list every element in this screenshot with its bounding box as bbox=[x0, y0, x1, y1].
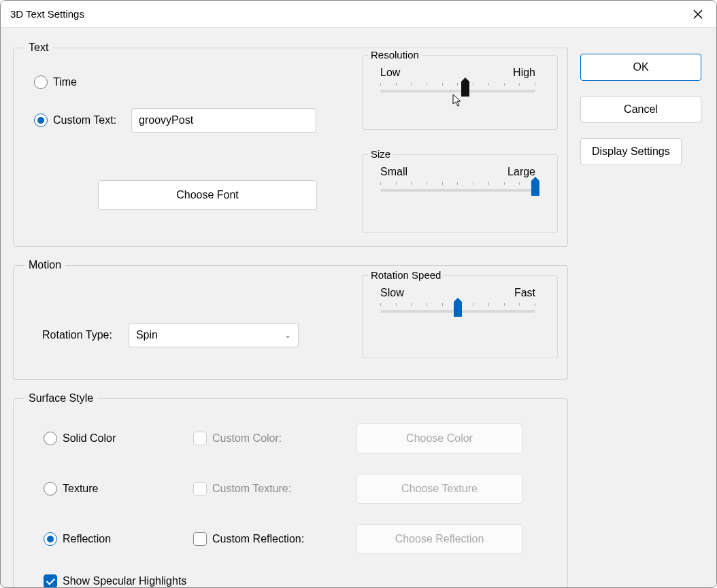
size-slider[interactable] bbox=[380, 182, 535, 196]
custom-texture-check-row: Custom Texture: bbox=[193, 482, 356, 496]
custom-texture-label: Custom Texture: bbox=[212, 483, 291, 495]
rotation-speed-group: Rotation Speed Slow Fast bbox=[362, 275, 558, 358]
main-panel: Text Time Custom Text: Choose Font bbox=[1, 41, 580, 588]
resolution-slider[interactable] bbox=[380, 83, 535, 97]
reflection-radio-row[interactable]: Reflection bbox=[44, 532, 193, 546]
window-title: 3D Text Settings bbox=[10, 8, 689, 20]
display-settings-button[interactable]: Display Settings bbox=[580, 138, 682, 165]
choose-color-label: Choose Color bbox=[406, 432, 473, 445]
text-group: Text Time Custom Text: Choose Font bbox=[13, 41, 568, 247]
reflection-label: Reflection bbox=[63, 533, 111, 545]
motion-group: Motion Rotation Type: Spin ⌄ Rotation Sp… bbox=[13, 259, 568, 380]
resolution-thumb[interactable] bbox=[461, 82, 469, 97]
resolution-group: Resolution Low High bbox=[362, 55, 558, 130]
surface-style-legend: Surface Style bbox=[24, 392, 97, 404]
solid-color-radio[interactable] bbox=[44, 432, 57, 445]
custom-text-radio-label: Custom Text: bbox=[53, 114, 116, 126]
texture-radio[interactable] bbox=[44, 482, 57, 496]
rotation-speed-legend: Rotation Speed bbox=[368, 269, 444, 281]
rotation-speed-thumb[interactable] bbox=[454, 302, 462, 317]
choose-font-button[interactable]: Choose Font bbox=[98, 180, 317, 210]
surface-style-group: Surface Style Solid Color Custom Color: … bbox=[13, 392, 568, 588]
time-radio-label: Time bbox=[53, 76, 77, 88]
texture-radio-row[interactable]: Texture bbox=[44, 482, 193, 496]
sidebar: OK Cancel Display Settings bbox=[580, 41, 716, 588]
custom-color-check-row: Custom Color: bbox=[193, 432, 356, 445]
solid-color-radio-row[interactable]: Solid Color bbox=[44, 432, 193, 445]
choose-texture-label: Choose Texture bbox=[401, 483, 478, 495]
ok-label: OK bbox=[633, 61, 648, 73]
close-button[interactable] bbox=[689, 5, 707, 23]
custom-reflection-checkbox[interactable] bbox=[193, 532, 207, 546]
specular-checkbox[interactable] bbox=[44, 574, 57, 588]
custom-color-label: Custom Color: bbox=[212, 432, 282, 445]
specular-check-row[interactable]: Show Specular Highlights bbox=[44, 574, 556, 588]
cancel-button[interactable]: Cancel bbox=[580, 96, 701, 123]
custom-text-radio[interactable] bbox=[34, 114, 48, 127]
motion-legend: Motion bbox=[24, 259, 65, 271]
resolution-low-label: Low bbox=[380, 67, 400, 79]
ok-button[interactable]: OK bbox=[580, 54, 701, 81]
size-legend: Size bbox=[368, 148, 393, 160]
titlebar: 3D Text Settings bbox=[1, 1, 716, 28]
custom-text-input[interactable] bbox=[131, 108, 316, 133]
size-group: Size Small Large bbox=[362, 154, 558, 233]
choose-font-label: Choose Font bbox=[176, 189, 239, 201]
time-radio[interactable] bbox=[34, 75, 48, 89]
texture-label: Texture bbox=[63, 483, 98, 495]
content-area: Text Time Custom Text: Choose Font bbox=[1, 28, 716, 588]
speed-fast-label: Fast bbox=[514, 287, 535, 299]
speed-slow-label: Slow bbox=[380, 287, 404, 299]
size-thumb[interactable] bbox=[531, 181, 539, 196]
custom-color-checkbox bbox=[193, 432, 207, 445]
custom-text-radio-row[interactable]: Custom Text: bbox=[34, 114, 116, 127]
choose-color-button: Choose Color bbox=[356, 423, 522, 453]
close-icon bbox=[693, 9, 703, 20]
specular-label: Show Specular Highlights bbox=[63, 575, 186, 587]
custom-texture-checkbox bbox=[193, 482, 207, 496]
chevron-down-icon: ⌄ bbox=[284, 330, 291, 340]
choose-reflection-button: Choose Reflection bbox=[356, 524, 522, 554]
choose-texture-button: Choose Texture bbox=[356, 474, 522, 504]
rotation-type-select[interactable]: Spin ⌄ bbox=[129, 323, 299, 347]
display-settings-label: Display Settings bbox=[592, 145, 670, 158]
resolution-high-label: High bbox=[513, 67, 535, 79]
size-small-label: Small bbox=[380, 166, 407, 178]
rotation-type-value: Spin bbox=[136, 329, 158, 341]
rotation-type-label: Rotation Type: bbox=[42, 329, 112, 341]
cancel-label: Cancel bbox=[624, 103, 658, 116]
choose-reflection-label: Choose Reflection bbox=[395, 533, 484, 545]
custom-reflection-label: Custom Reflection: bbox=[212, 533, 304, 545]
resolution-legend: Resolution bbox=[368, 49, 422, 60]
dialog-window: 3D Text Settings Text Time Custom Text: bbox=[0, 0, 717, 588]
rotation-speed-slider[interactable] bbox=[380, 303, 535, 317]
text-legend: Text bbox=[24, 41, 52, 54]
solid-color-label: Solid Color bbox=[63, 432, 116, 445]
reflection-radio[interactable] bbox=[44, 532, 57, 546]
custom-reflection-check-row[interactable]: Custom Reflection: bbox=[193, 532, 356, 546]
